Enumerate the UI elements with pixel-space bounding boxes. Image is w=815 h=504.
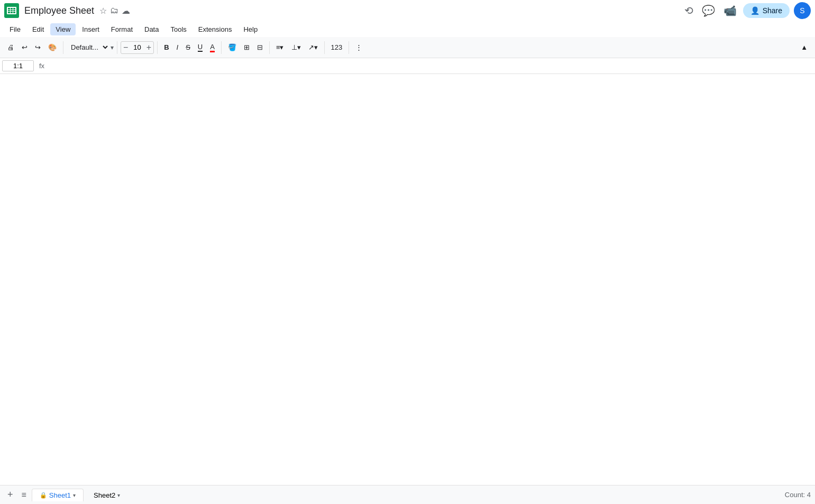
menu-file[interactable]: File [4, 23, 26, 35]
undo-button[interactable]: ↩ [19, 41, 31, 53]
share-label: Share [763, 6, 782, 15]
font-size-increase[interactable]: + [144, 43, 153, 52]
cloud-icon[interactable]: ☁ [122, 6, 130, 16]
font-family-select[interactable]: Default... [67, 42, 109, 53]
video-icon[interactable]: 📹 [721, 2, 739, 19]
more-button[interactable]: ⋮ [352, 41, 365, 53]
star-icon[interactable]: ☆ [99, 6, 107, 16]
bold-button[interactable]: B [161, 41, 172, 53]
text-rotate-button[interactable]: ↗▾ [305, 41, 321, 53]
italic-button[interactable]: I [173, 41, 182, 53]
cell-ref-input[interactable] [2, 60, 34, 71]
align-h-button[interactable]: ≡▾ [273, 41, 287, 53]
toolbar-sep-2 [117, 41, 117, 54]
history-icon[interactable]: ⟲ [682, 2, 695, 19]
sheet2-label: Sheet2 [94, 491, 115, 499]
more-formats-button[interactable]: 123 [328, 41, 346, 53]
toolbar-sep-3 [157, 41, 158, 54]
sheet-list-button[interactable]: ≡ [19, 489, 30, 501]
menu-view[interactable]: View [50, 23, 76, 35]
menu-format[interactable]: Format [106, 23, 138, 35]
user-avatar[interactable]: S [794, 2, 811, 19]
sheet2-chevron[interactable]: ▾ [117, 492, 120, 498]
toolbar-sep-4 [221, 41, 222, 54]
toolbar: 🖨 ↩ ↪ 🎨 Default... ▾ − 10 + B I S U A 🪣 … [0, 37, 815, 58]
fill-color-button[interactable]: 🪣 [225, 41, 240, 53]
paint-format-button[interactable]: 🎨 [45, 41, 60, 53]
sheet-tab-sheet1[interactable]: 🔒 Sheet1 ▾ [32, 489, 84, 501]
strikethrough-button[interactable]: S [182, 41, 194, 53]
add-sheet-button[interactable]: + [4, 488, 16, 501]
print-button[interactable]: 🖨 [4, 41, 17, 53]
top-bar-right: ⟲ 💬 📹 👤 Share S [682, 2, 811, 19]
toolbar-sep-1 [63, 41, 63, 54]
app-icon [4, 3, 19, 18]
toolbar-sep-6 [324, 41, 325, 54]
folder-icon[interactable]: 🗂 [110, 6, 118, 15]
menu-edit[interactable]: Edit [27, 23, 49, 35]
menu-tools[interactable]: Tools [165, 23, 191, 35]
formula-bar: fx [0, 58, 815, 74]
redo-button[interactable]: ↪ [32, 41, 44, 53]
font-size-value[interactable]: 10 [130, 43, 144, 51]
menu-extensions[interactable]: Extensions [193, 23, 237, 35]
menu-help[interactable]: Help [238, 23, 263, 35]
font-size-box: − 10 + [121, 41, 154, 54]
collapse-button[interactable]: ▲ [798, 41, 811, 53]
menu-data[interactable]: Data [139, 23, 164, 35]
menu-bar: File Edit View Insert Format Data Tools … [0, 21, 815, 37]
text-color-button[interactable]: A [207, 41, 218, 54]
menu-insert[interactable]: Insert [77, 23, 105, 35]
formula-input[interactable] [50, 62, 813, 70]
fx-label: fx [36, 62, 48, 70]
align-v-button[interactable]: ⊥▾ [288, 41, 304, 53]
toolbar-sep-7 [349, 41, 349, 54]
comment-icon[interactable]: 💬 [700, 2, 717, 19]
borders-button[interactable]: ⊞ [241, 41, 253, 53]
merge-button[interactable]: ⊟ [254, 41, 266, 53]
sheet1-chevron[interactable]: ▾ [73, 492, 76, 498]
font-size-decrease[interactable]: − [121, 43, 130, 52]
top-bar: Employee Sheet ☆ 🗂 ☁ ⟲ 💬 📹 👤 Share S [0, 0, 815, 21]
title-icons: ☆ 🗂 ☁ [99, 6, 130, 16]
lock-icon-sheet1: 🔒 [40, 492, 47, 499]
toolbar-sep-5 [269, 41, 270, 54]
share-button[interactable]: 👤 Share [743, 3, 790, 18]
count-label: Count: 4 [785, 491, 811, 499]
sheet1-label: Sheet1 [49, 491, 71, 499]
share-icon: 👤 [750, 6, 759, 15]
document-title: Employee Sheet [24, 5, 94, 16]
underline-button[interactable]: U [195, 41, 206, 54]
sheet-tabs-bar: + ≡ 🔒 Sheet1 ▾ Sheet2 ▾ Count: 4 [0, 485, 815, 504]
sheet-tab-sheet2[interactable]: Sheet2 ▾ [86, 489, 128, 501]
